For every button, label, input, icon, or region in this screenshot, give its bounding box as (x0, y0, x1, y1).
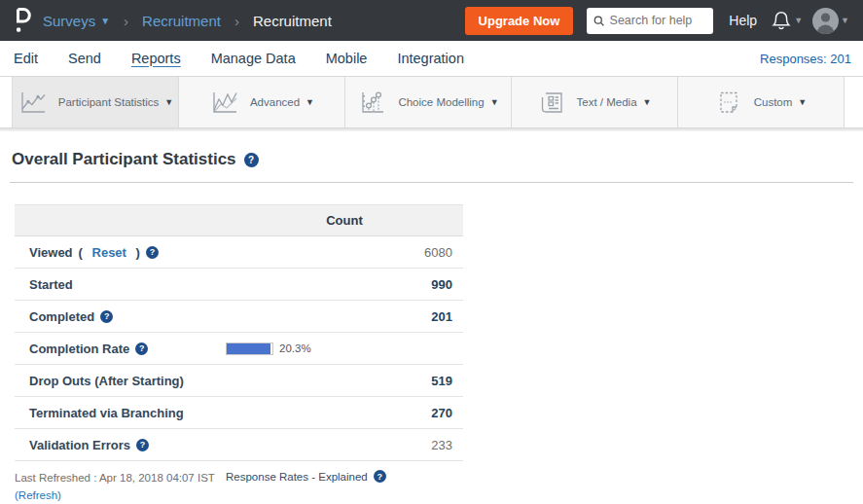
bell-icon (771, 9, 792, 32)
table-header-row: Count (15, 204, 463, 236)
custom-report-icon (715, 90, 742, 116)
row-label: Completion Rate ? (15, 342, 226, 356)
tab-advanced[interactable]: Advanced ▼ (179, 77, 345, 127)
chevron-down-icon: ▼ (164, 97, 173, 107)
row-label: Validation Errors ? (15, 438, 226, 452)
table-row-validation-errors: Validation Errors ? 233 (15, 429, 463, 461)
refresh-link[interactable]: (Refresh) (15, 489, 61, 501)
table-row-started: Started 990 (15, 269, 463, 301)
count-column-header: Count (226, 213, 463, 228)
multi-line-chart-icon (209, 90, 238, 116)
line-chart-icon (18, 90, 47, 116)
table-row-completion-rate: Completion Rate ? 20.3% (15, 333, 463, 365)
chevron-down-icon: ▼ (841, 16, 849, 25)
tab-label: Text / Media (577, 96, 637, 108)
tab-label: Advanced (250, 96, 300, 108)
completion-rate-cell: 20.3% (226, 342, 463, 355)
paren-open: ( (79, 245, 87, 260)
completion-rate-bar (227, 343, 270, 354)
help-icon[interactable]: ? (136, 439, 149, 451)
table-row-completed: Completed ? 201 (15, 301, 463, 333)
search-input[interactable] (610, 14, 707, 27)
user-icon (812, 8, 839, 34)
header-divider (10, 182, 853, 183)
row-value: 519 (226, 374, 463, 388)
tab-label: Custom (754, 96, 793, 108)
nav-item-manage-data[interactable]: Manage Data (211, 51, 296, 67)
help-icon[interactable]: ? (374, 470, 386, 483)
response-rates-label: Response Rates - Explained (226, 471, 368, 483)
notifications-button[interactable]: ▼ (771, 9, 803, 32)
search-icon (593, 15, 604, 27)
breadcrumb-current-page: Recruitment (253, 13, 332, 29)
help-link[interactable]: Help (729, 13, 757, 28)
row-label-text: Started (29, 277, 73, 292)
chevron-down-icon: ▼ (794, 16, 803, 25)
row-label: Terminated via Branching (15, 406, 226, 420)
breadcrumb-surveys[interactable]: Surveys ▼ (43, 13, 110, 29)
row-value: 233 (226, 438, 463, 452)
last-refreshed-text: Last Refreshed : Apr 18, 2018 04:07 IST (15, 472, 215, 484)
breadcrumb-survey-name[interactable]: Recruitment (142, 13, 221, 29)
page-title: Overall Participant Statistics (12, 150, 236, 169)
row-value: 201 (226, 309, 463, 324)
nav-item-edit[interactable]: Edit (14, 51, 38, 67)
tab-label: Choice Modelling (398, 96, 484, 108)
tab-custom[interactable]: Custom ▼ (678, 77, 845, 127)
row-label-text: Completion Rate (29, 342, 129, 356)
response-rates-explained: Response Rates - Explained ? (226, 470, 386, 483)
report-toolbar: Participant Statistics ▼ Advanced ▼ Ch (0, 77, 863, 131)
row-label: Drop Outs (After Starting) (15, 374, 226, 388)
tab-text-media[interactable]: Text / Media ▼ (512, 77, 678, 127)
nav-item-mobile[interactable]: Mobile (326, 51, 368, 67)
chevron-down-icon: ▼ (306, 97, 314, 107)
row-value: 6080 (226, 245, 463, 260)
row-label-text: Validation Errors (29, 438, 130, 452)
questionpro-logo-icon[interactable] (12, 6, 33, 35)
table-row-viewed: Viewed( Reset ) ? 6080 (15, 236, 463, 269)
nav-item-send[interactable]: Send (68, 51, 101, 67)
table-row-drop-outs: Drop Outs (After Starting) 519 (15, 365, 463, 397)
chevron-down-icon: ▼ (100, 16, 110, 26)
nav-item-integration[interactable]: Integration (397, 51, 464, 67)
breadcrumb-separator: › (234, 13, 239, 29)
completion-rate-value: 20.3% (279, 342, 311, 354)
breadcrumb-survey-name-label: Recruitment (142, 13, 221, 29)
row-label: Completed ? (15, 309, 226, 324)
table-footer: Last Refreshed : Apr 18, 2018 04:07 IST … (15, 470, 863, 504)
table-row-terminated: Terminated via Branching 270 (15, 397, 463, 429)
toolbar-shadow (0, 127, 863, 131)
nav-items: Edit Send Reports Manage Data Mobile Int… (14, 51, 464, 67)
avatar (812, 8, 839, 34)
row-label-text: Completed (29, 309, 94, 324)
row-label: Started (15, 277, 226, 292)
tab-participant-statistics[interactable]: Participant Statistics ▼ (13, 77, 179, 127)
account-menu-button[interactable]: ▼ (812, 8, 849, 34)
participant-statistics-table: Count Viewed( Reset ) ? 6080 Started 990… (15, 204, 463, 461)
row-value: 270 (226, 406, 463, 420)
row-value: 990 (226, 277, 463, 292)
help-icon[interactable]: ? (100, 310, 113, 323)
breadcrumb-separator: › (124, 13, 128, 29)
upgrade-now-button[interactable]: Upgrade Now (465, 7, 574, 35)
completion-rate-bar-track (226, 342, 273, 355)
chevron-down-icon: ▼ (643, 97, 652, 107)
tab-choice-modelling[interactable]: Choice Modelling ▼ (345, 77, 512, 127)
responses-count[interactable]: Responses: 201 (760, 52, 851, 66)
nav-item-reports[interactable]: Reports (131, 51, 181, 67)
help-icon[interactable]: ? (146, 246, 159, 259)
row-label-text: Drop Outs (After Starting) (29, 374, 184, 388)
topbar: Surveys ▼ › Recruitment › Recruitment Up… (0, 0, 863, 41)
survey-nav: Edit Send Reports Manage Data Mobile Int… (0, 41, 863, 77)
newspaper-icon (538, 90, 565, 116)
chevron-down-icon: ▼ (490, 97, 499, 107)
tab-label: Participant Statistics (58, 96, 160, 108)
paren-close: ) (132, 245, 140, 260)
row-label: Viewed( Reset ) ? (15, 245, 226, 260)
help-icon[interactable]: ? (135, 342, 148, 355)
bubble-chart-icon (357, 90, 386, 116)
help-search-box[interactable] (587, 8, 713, 34)
reset-link[interactable]: Reset (92, 245, 126, 260)
chevron-down-icon: ▼ (798, 97, 807, 107)
help-icon[interactable]: ? (244, 153, 259, 167)
